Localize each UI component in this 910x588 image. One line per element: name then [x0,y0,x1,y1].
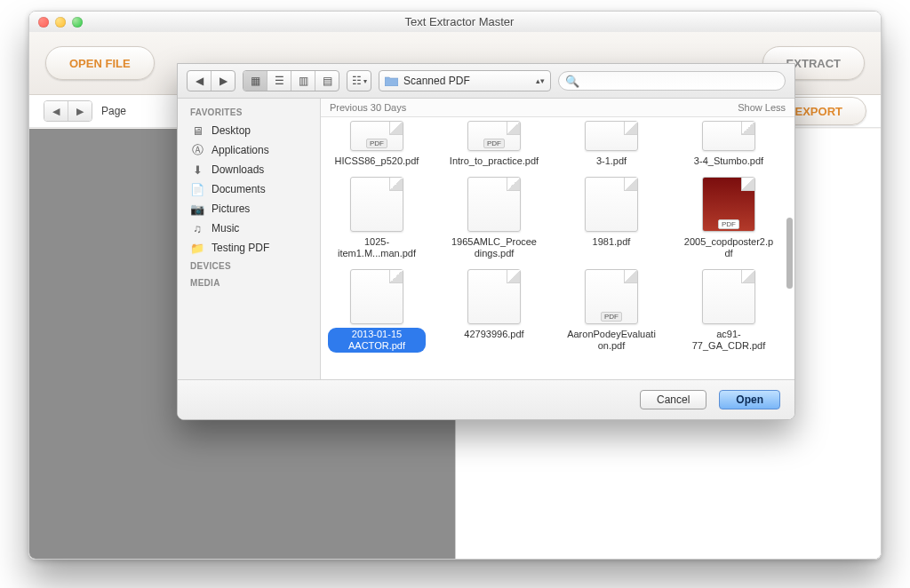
history-forward-button[interactable]: ▶ [212,71,235,91]
view-coverflow-button[interactable]: ▤ [315,71,339,91]
sidebar-item-applications[interactable]: ⒶApplications [178,140,320,160]
file-thumb [585,121,638,151]
sidebar-header-devices: DEVICES [178,258,320,274]
coverflow-icon: ▤ [323,75,332,87]
pdf-badge: PDF [718,219,739,229]
file-name: 1965AMLC_Proceedings.pdf [445,235,543,260]
file-name: AaronPodeyEvaluation.pdf [563,328,660,353]
file-name: HICSS86_p520.pdf [331,155,423,168]
documents-icon: 📄 [190,182,204,196]
app-body: OPEN FILE EXTRACT ◀ ▶ Page EXPORT [29,32,881,559]
dialog-body: FAVORITES 🖥Desktop ⒶApplications ⬇Downlo… [178,99,794,379]
chevron-down-icon: ▾ [363,77,367,85]
file-name: 2013-01-15 AACTOR.pdf [328,328,426,353]
folder-icon [385,75,398,86]
file-thumb: PDF [467,121,521,151]
file-item[interactable]: 1981.pdf [563,177,660,260]
file-thumb: PDF [350,121,403,151]
sidebar-item-label: Pictures [212,203,250,215]
page-label: Page [101,105,126,117]
open-button[interactable]: Open [719,390,780,409]
window-title: Text Extractor Master [38,15,881,28]
cancel-button[interactable]: Cancel [640,390,706,409]
sidebar: FAVORITES 🖥Desktop ⒶApplications ⬇Downlo… [178,99,321,379]
arrange-icon: ☷ [352,75,362,87]
arrange-segment: ☷▾ [347,70,371,91]
file-browser: Previous 30 Days Show Less PDF HICSS86_p… [321,99,794,379]
sidebar-item-testing-pdf[interactable]: 📁Testing PDF [178,238,320,258]
file-thumb: PDF [585,269,638,324]
view-mode-segment: ▦ ☰ ▥ ▤ [243,70,339,91]
file-item[interactable]: PDF AaronPodeyEvaluation.pdf [563,269,660,353]
sidebar-item-label: Music [212,222,239,234]
app-window: Text Extractor Master OPEN FILE EXTRACT … [28,11,882,560]
file-item[interactable]: 1025-item1.M...man.pdf [328,177,426,260]
pictures-icon: 📷 [190,202,204,216]
scrollbar-track[interactable] [786,120,793,374]
file-thumb [350,177,403,232]
open-dialog: ◀ ▶ ▦ ☰ ▥ [177,63,795,420]
file-thumb: PDF [702,177,755,232]
show-less-button[interactable]: Show Less [738,102,786,113]
path-select[interactable]: Scanned PDF ▴▾ [379,70,551,91]
file-name: Intro_to_practice.pdf [446,155,542,168]
file-thumb [585,177,638,232]
history-back-button[interactable]: ◀ [188,71,212,91]
grid-icon: ▦ [251,75,260,87]
file-name: 1981.pdf [589,235,635,249]
titlebar: Text Extractor Master [29,12,881,33]
sidebar-item-desktop[interactable]: 🖥Desktop [178,121,320,140]
file-thumb [467,269,521,324]
sidebar-item-downloads[interactable]: ⬇Downloads [178,160,320,179]
file-name: 3-4_Stumbo.pdf [690,155,767,168]
music-icon: ♫ [190,221,204,235]
file-item[interactable]: ac91-77_GA_CDR.pdf [680,269,778,353]
arrange-button[interactable]: ☷▾ [347,71,371,91]
view-icon-button[interactable]: ▦ [243,71,267,91]
open-file-button[interactable]: OPEN FILE [45,46,155,80]
dialog-toolbar: ◀ ▶ ▦ ☰ ▥ [178,64,794,99]
downloads-icon: ⬇ [190,163,204,177]
updown-icon: ▴▾ [536,76,545,85]
pdf-badge: PDF [483,139,505,148]
file-name: 42793996.pdf [460,328,527,341]
page-nav: ◀ ▶ [44,100,92,122]
file-item[interactable]: 42793996.pdf [445,269,543,353]
sidebar-item-pictures[interactable]: 📷Pictures [178,199,320,219]
columns-icon: ▥ [299,75,308,87]
file-item[interactable]: 3-1.pdf [563,121,660,168]
file-item[interactable]: PDF 2005_copdposter2.pdf [680,177,778,260]
sidebar-item-label: Documents [212,183,266,195]
page-next-button[interactable]: ▶ [68,101,92,121]
page-prev-button[interactable]: ◀ [44,101,68,121]
sidebar-item-label: Testing PDF [212,242,269,254]
sidebar-item-label: Desktop [212,124,251,137]
view-columns-button[interactable]: ▥ [291,71,315,91]
file-item[interactable]: 1965AMLC_Proceedings.pdf [445,177,543,260]
file-thumb [350,269,403,324]
sidebar-header-media: MEDIA [178,274,320,291]
file-item[interactable]: PDF Intro_to_practice.pdf [445,121,543,168]
dialog-footer: Cancel Open [178,379,794,419]
pdf-badge: PDF [601,312,622,322]
file-name: 3-1.pdf [593,155,630,168]
sidebar-item-label: Downloads [212,163,264,176]
scrollbar-thumb[interactable] [786,218,793,289]
view-list-button[interactable]: ☰ [267,71,291,91]
list-icon: ☰ [275,75,284,87]
search-input[interactable] [558,71,786,91]
history-nav: ◀ ▶ [187,70,235,91]
file-item[interactable]: PDF HICSS86_p520.pdf [328,121,426,168]
file-grid[interactable]: PDF HICSS86_p520.pdf PDF Intro_to_practi… [321,117,794,379]
applications-icon: Ⓐ [190,143,204,157]
desktop-icon: 🖥 [190,123,204,138]
section-header: Previous 30 Days [330,102,406,113]
search-icon: 🔍 [565,75,579,88]
file-thumb [702,269,755,324]
path-select-label: Scanned PDF [403,75,470,87]
file-item[interactable]: 3-4_Stumbo.pdf [680,121,778,168]
sidebar-item-music[interactable]: ♫Music [178,219,320,238]
file-name: 2005_copdposter2.pdf [680,235,778,260]
sidebar-item-documents[interactable]: 📄Documents [178,179,320,199]
file-item[interactable]: 2013-01-15 AACTOR.pdf [328,269,426,353]
